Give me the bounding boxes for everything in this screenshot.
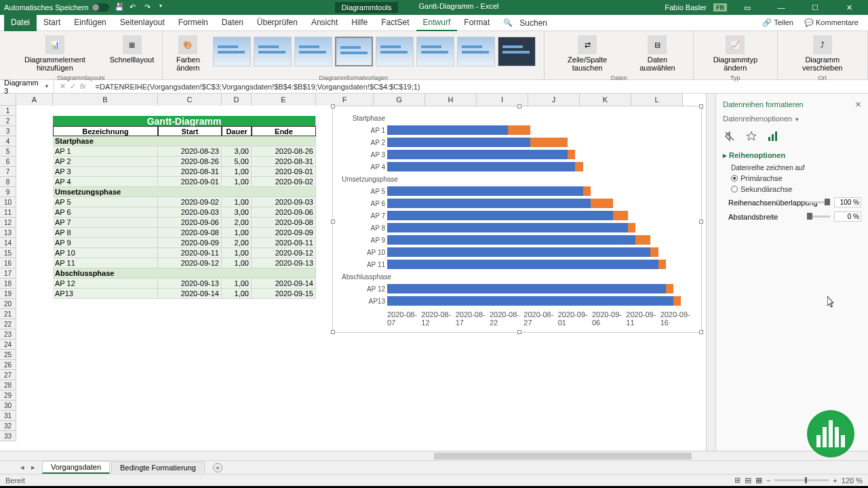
- cell[interactable]: 1,00: [222, 248, 252, 258]
- secondary-axis-radio[interactable]: Sekundärachse: [731, 185, 861, 193]
- cell[interactable]: 1,00: [222, 177, 252, 187]
- cell[interactable]: 2020-09-08: [158, 228, 222, 238]
- cell[interactable]: Startphase: [53, 136, 316, 146]
- row-header-30[interactable]: 30: [0, 401, 16, 411]
- row-header-10[interactable]: 10: [0, 197, 16, 207]
- share-button[interactable]: 🔗 Teilen: [758, 17, 797, 28]
- cell[interactable]: Ende: [252, 126, 316, 136]
- row-header-4[interactable]: 4: [0, 136, 16, 146]
- cell[interactable]: 1,00: [222, 279, 252, 289]
- cell[interactable]: 2020-09-06: [252, 207, 316, 218]
- cell[interactable]: 2020-08-31: [158, 167, 222, 177]
- cell[interactable]: 2,00: [222, 218, 252, 228]
- row-header-5[interactable]: 5: [0, 146, 16, 157]
- menu-factset[interactable]: FactSet: [374, 15, 416, 31]
- row-header-21[interactable]: 21: [0, 309, 16, 319]
- switch-row-col-button[interactable]: ⇄Zeile/Spalte tauschen: [550, 34, 624, 73]
- zoom-slider[interactable]: [774, 479, 829, 481]
- row-header-11[interactable]: 11: [0, 207, 16, 218]
- row-header-26[interactable]: 26: [0, 360, 16, 370]
- zoom-level[interactable]: 120 %: [842, 476, 863, 485]
- cell[interactable]: 2020-09-03: [158, 207, 222, 218]
- menu-einfügen[interactable]: Einfügen: [67, 15, 113, 31]
- cell[interactable]: AP 6: [53, 207, 158, 218]
- horizontal-scrollbar[interactable]: [0, 451, 868, 460]
- gantt-bar-offset[interactable]: [387, 125, 508, 135]
- cell[interactable]: 2020-09-09: [158, 238, 222, 248]
- row-header-32[interactable]: 32: [0, 421, 16, 431]
- cell[interactable]: 2020-09-14: [158, 289, 222, 299]
- chart-handle[interactable]: [517, 104, 521, 108]
- cell[interactable]: 1,00: [222, 258, 252, 268]
- cell[interactable]: 2020-09-11: [252, 238, 316, 248]
- menu-formeln[interactable]: Formeln: [172, 15, 215, 31]
- cell[interactable]: AP 9: [53, 238, 158, 248]
- redo-icon[interactable]: ↷: [144, 3, 154, 12]
- row-header-20[interactable]: 20: [0, 299, 16, 309]
- row-header-22[interactable]: 22: [0, 319, 16, 329]
- normal-view-icon[interactable]: ⊞: [734, 476, 741, 485]
- cell[interactable]: 1,00: [222, 167, 252, 177]
- cell[interactable]: Umsetzungsphase: [53, 187, 316, 197]
- chart-style-8[interactable]: [498, 37, 536, 66]
- col-header-D[interactable]: D: [222, 94, 252, 106]
- cell[interactable]: 2020-09-08: [252, 218, 316, 228]
- maximize-icon[interactable]: ☐: [802, 0, 829, 15]
- cell[interactable]: AP 5: [53, 197, 158, 207]
- col-header-J[interactable]: J: [528, 94, 580, 106]
- row-header-28[interactable]: 28: [0, 380, 16, 390]
- row-header-29[interactable]: 29: [0, 390, 16, 401]
- row-header-16[interactable]: 16: [0, 258, 16, 268]
- chart-style-4[interactable]: [335, 37, 373, 66]
- ribbon-options-icon[interactable]: ▭: [734, 0, 761, 15]
- cell[interactable]: AP 4: [53, 177, 158, 187]
- gantt-bar-offset[interactable]: [387, 138, 530, 147]
- chart-handle[interactable]: [699, 330, 703, 334]
- row-header-14[interactable]: 14: [0, 238, 16, 248]
- col-header-H[interactable]: H: [425, 94, 477, 106]
- cell[interactable]: AP13: [53, 289, 158, 299]
- cell[interactable]: AP 8: [53, 228, 158, 238]
- cell[interactable]: 2020-09-06: [158, 218, 222, 228]
- col-header-B[interactable]: B: [53, 94, 158, 106]
- comments-button[interactable]: 💬 Kommentare: [800, 17, 863, 28]
- gantt-bar-duration[interactable]: [673, 296, 681, 306]
- select-data-button[interactable]: ⊟Daten auswählen: [627, 34, 688, 73]
- minimize-icon[interactable]: —: [768, 0, 795, 15]
- gantt-bar-duration[interactable]: [568, 150, 575, 159]
- menu-ansicht[interactable]: Ansicht: [304, 15, 344, 31]
- move-chart-button[interactable]: ⤴Diagramm verschieben: [783, 34, 862, 73]
- primary-axis-radio[interactable]: Primärachse: [731, 174, 861, 182]
- row-header-15[interactable]: 15: [0, 248, 16, 258]
- cell[interactable]: 2020-09-13: [252, 258, 316, 268]
- row-header-12[interactable]: 12: [0, 218, 16, 228]
- col-header-G[interactable]: G: [374, 94, 425, 106]
- change-colors-button[interactable]: 🎨Farben ändern: [168, 34, 208, 73]
- quick-layout-button[interactable]: ⊞Schnelllayout: [107, 34, 157, 65]
- cell[interactable]: AP 7: [53, 218, 158, 228]
- gantt-chart[interactable]: StartphaseAP 1AP 2AP 3AP 4Umsetzungsphas…: [332, 106, 702, 333]
- menu-hilfe[interactable]: Hilfe: [344, 15, 374, 31]
- menu-daten[interactable]: Daten: [215, 15, 250, 31]
- row-header-8[interactable]: 8: [0, 177, 16, 187]
- gantt-bar-offset[interactable]: [387, 247, 650, 257]
- accept-formula-icon[interactable]: ✓: [70, 82, 76, 91]
- cell[interactable]: 3,00: [222, 146, 252, 157]
- tab-nav-next-icon[interactable]: ▸: [31, 463, 35, 472]
- cell[interactable]: 2020-09-01: [252, 167, 316, 177]
- chart-style-6[interactable]: [416, 37, 454, 66]
- gantt-bar-duration[interactable]: [628, 223, 635, 232]
- vertical-scrollbar[interactable]: [706, 94, 715, 451]
- gantt-bar-duration[interactable]: [666, 284, 673, 293]
- menu-start[interactable]: Start: [37, 15, 67, 31]
- zoom-in-icon[interactable]: +: [833, 476, 837, 485]
- cell[interactable]: 2020-08-31: [252, 157, 316, 167]
- cell[interactable]: 2020-08-26: [252, 146, 316, 157]
- qat-dropdown-icon[interactable]: ▾: [159, 3, 169, 12]
- cell[interactable]: 1,00: [222, 228, 252, 238]
- cell[interactable]: 2020-09-03: [252, 197, 316, 207]
- gantt-bar-duration[interactable]: [613, 211, 628, 220]
- row-header-17[interactable]: 17: [0, 268, 16, 279]
- cell[interactable]: 2020-09-15: [252, 289, 316, 299]
- overlap-input[interactable]: [834, 197, 861, 207]
